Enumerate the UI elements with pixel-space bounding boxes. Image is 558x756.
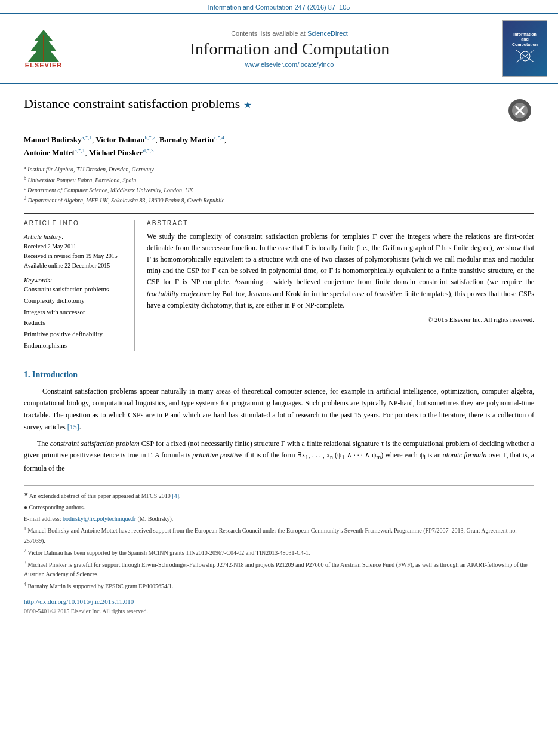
star-icon: ★: [243, 100, 252, 110]
abstract-label: ABSTRACT: [147, 220, 534, 226]
received-date-1: Received 2 May 2011: [24, 242, 122, 251]
received-date-2: Received in revised form 19 May 2015: [24, 251, 122, 261]
issn-text: 0890-5401/© 2015 Elsevier Inc. All right…: [24, 607, 534, 616]
affiliations: a Institut für Algebra, TU Dresden, Dres…: [24, 164, 534, 205]
paper-title-section: Distance constraint satisfaction problem…: [24, 96, 534, 125]
authors-line: Manuel Bodirskya,*,1, Victor Dalmaub,*,2…: [24, 133, 534, 159]
introduction-section: 1. Introduction Constraint satisfaction …: [24, 364, 534, 475]
footnote-star-text: ★ An extended abstract of this paper app…: [24, 493, 181, 499]
elsevier-tree-icon: [20, 29, 67, 62]
crossmark-icon: [511, 102, 528, 119]
author-dalmau: Victor Dalmau: [95, 135, 144, 144]
left-column: ARTICLE INFO Article history: Received 2…: [24, 220, 122, 351]
doi-link[interactable]: http://dx.doi.org/10.1016/j.ic.2015.11.0…: [24, 597, 534, 607]
keyword-2: Complexity dichotomy: [24, 295, 122, 306]
affil-b: b Universitat Pompeu Fabra, Barcelona, S…: [24, 175, 534, 185]
keyword-4: Reducts: [24, 317, 122, 328]
footnote-email: E-mail address: bodirsky@lix.polytechniq…: [24, 514, 534, 524]
top-banner: Information and Computation 247 (2016) 8…: [0, 0, 558, 14]
available-online: Available online 22 December 2015: [24, 261, 122, 271]
article-body-columns: ARTICLE INFO Article history: Received 2…: [24, 220, 534, 351]
affil-c: c Department of Computer Science, Middle…: [24, 185, 534, 195]
footnote-2: 2 Victor Dalmau has been supported by th…: [24, 548, 534, 558]
author-bodirsky: Manuel Bodirsky: [24, 135, 81, 144]
footnotes-area: ★ An extended abstract of this paper app…: [24, 485, 534, 616]
sciencedirect-text[interactable]: ScienceDirect: [307, 30, 348, 37]
footnote-1: 1 Manuel Bodirsky and Antoine Mottet hav…: [24, 525, 534, 545]
cover-graphic-icon: [513, 47, 537, 65]
right-column: ABSTRACT We study the complexity of cons…: [147, 220, 534, 351]
footnote-bullet: ● Corresponding authors.: [24, 504, 85, 511]
paper-title-text: Distance constraint satisfaction problem…: [24, 96, 240, 111]
footnote-4: 4 Barnaby Martin is supported by EPSRC g…: [24, 581, 534, 591]
history-label: Article history:: [24, 231, 122, 242]
copyright-text: © 2015 Elsevier Inc. All rights reserved…: [147, 316, 534, 323]
affil-d: d Department of Algebra, MFF UK, Sokolov…: [24, 195, 534, 205]
intro-paragraph-2: The constraint satisfaction problem CSP …: [24, 438, 534, 475]
crossmark-badge[interactable]: [505, 96, 534, 125]
journal-citation: Information and Computation 247 (2016) 8…: [208, 4, 350, 11]
footnote-star: ★ An extended abstract of this paper app…: [24, 491, 534, 501]
journal-title-center: Contents lists available at ScienceDirec…: [76, 30, 502, 68]
intro-paragraph-1: Constraint satisfaction problems appear …: [24, 386, 534, 433]
keyword-6: Endomorphisms: [24, 340, 122, 351]
journal-cover-image: InformationandComputation: [502, 20, 547, 77]
keyword-3: Integers with successor: [24, 306, 122, 318]
section-title-intro: Introduction: [32, 370, 78, 379]
affil-a: a Institut für Algebra, TU Dresden, Dres…: [24, 164, 534, 174]
keyword-5: Primitive positive definability: [24, 328, 122, 340]
page: Information and Computation 247 (2016) 8…: [0, 0, 558, 756]
keyword-1: Constraint satisfaction problems: [24, 284, 122, 295]
elsevier-label: ELSEVIER: [25, 62, 62, 69]
footnote-3: 3 Michael Pinsker is grateful for suppor…: [24, 560, 534, 579]
author-martin: Barnaby Martin: [159, 135, 214, 144]
article-info-label: ARTICLE INFO: [24, 220, 122, 226]
footnote-corresponding: ● Corresponding authors.: [24, 503, 534, 512]
keywords-label: Keywords:: [24, 276, 122, 284]
sciencedirect-link: Contents lists available at ScienceDirec…: [76, 30, 502, 37]
author-pinsker: Michael Pinsker: [89, 148, 143, 157]
journal-header: ELSEVIER Contents lists available at Sci…: [0, 14, 558, 84]
paper-content: Distance constraint satisfaction problem…: [0, 84, 558, 628]
column-divider: [134, 220, 135, 351]
abstract-text: We study the complexity of constraint sa…: [147, 231, 534, 311]
journal-url[interactable]: www.elsevier.com/locate/yinco: [76, 61, 502, 68]
email-link[interactable]: bodirsky@lix.polytechnique.fr: [63, 515, 136, 522]
elsevier-logo: ELSEVIER: [11, 29, 76, 69]
author-mottet: Antoine Mottet: [24, 148, 75, 157]
ref-15[interactable]: [15]: [67, 423, 79, 431]
journal-main-title: Information and Computation: [76, 39, 502, 59]
keywords-section: Keywords: Constraint satisfaction proble…: [24, 276, 122, 351]
section-number: 1.: [24, 370, 30, 379]
ref-4[interactable]: [4]: [172, 493, 179, 499]
section-heading-intro: 1. Introduction: [24, 370, 534, 380]
article-info-content: Article history: Received 2 May 2011 Rec…: [24, 231, 122, 271]
header-divider: [24, 213, 534, 214]
